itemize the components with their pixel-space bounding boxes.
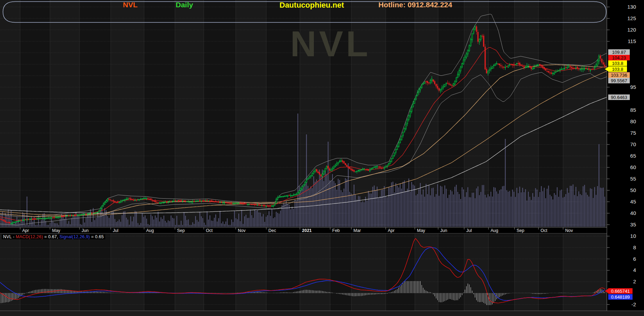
month-label: May [417, 228, 425, 233]
candle-body [225, 202, 226, 203]
candle-body [505, 67, 506, 68]
candle-body [365, 169, 366, 169]
candle-body [345, 163, 346, 165]
watermark: NVL [290, 24, 371, 64]
month-stripe [563, 0, 607, 311]
candle-body [18, 221, 19, 222]
volume-bar [470, 197, 471, 227]
candle-body [516, 64, 517, 64]
candle-body [312, 173, 313, 176]
candle-body [495, 64, 496, 66]
candle-body [263, 205, 264, 206]
volume-bar [38, 215, 39, 227]
candle-body [532, 68, 533, 69]
candle-body [224, 203, 225, 203]
candle-body [149, 199, 150, 199]
volume-bar [14, 224, 14, 227]
candle-body [544, 67, 545, 69]
volume-bar [550, 195, 550, 227]
candle-body [274, 204, 275, 205]
volume-bar [168, 221, 168, 227]
month-label: Apr [22, 228, 29, 233]
price-tick-label: 55 [630, 176, 636, 182]
volume-bar [195, 216, 196, 227]
month-stripe [415, 0, 438, 311]
month-stripe [464, 0, 488, 311]
candle-body [333, 167, 334, 168]
candle-body [2, 220, 3, 221]
volume-bar [48, 225, 49, 227]
volume-bar [244, 216, 245, 227]
candle-body [172, 201, 173, 201]
volume-bar [577, 196, 578, 227]
volume-bar [332, 174, 333, 227]
candle-body [179, 201, 180, 201]
candle-body [148, 198, 149, 199]
volume-bar [274, 217, 275, 227]
candle-body [385, 167, 386, 167]
volume-bar [247, 218, 248, 227]
candle-body [223, 203, 224, 203]
volume-bar [140, 223, 141, 227]
volume-bar [289, 205, 290, 227]
volume-bar [394, 192, 395, 227]
volume-bar [104, 208, 105, 227]
volume-bar [94, 220, 95, 227]
volume-bar [71, 218, 72, 227]
volume-bar [58, 225, 59, 227]
candle-body [586, 68, 587, 69]
candle-body [155, 201, 156, 202]
price-badge-value: 109.87 [612, 50, 626, 55]
candle-body [74, 215, 75, 215]
candle-body [202, 200, 203, 201]
volume-bar [374, 185, 375, 227]
candle-body [233, 203, 234, 204]
volume-bar [338, 179, 338, 227]
price-badge: 109.87 [608, 49, 630, 55]
month-label: Jul [466, 228, 472, 233]
volume-bar [220, 211, 220, 227]
volume-bar [397, 186, 398, 227]
volume-bar [545, 198, 546, 227]
volume-bar [211, 221, 212, 227]
volume-bar [230, 225, 231, 227]
volume-bar [473, 193, 474, 227]
candle-body [145, 198, 146, 199]
volume-bar [498, 194, 499, 227]
chart-canvas[interactable]: NVL 130125120115958580757065605550454035… [0, 0, 644, 316]
volume-bar [191, 225, 192, 227]
candle-body [323, 171, 324, 174]
candle-body [68, 216, 69, 216]
candle-body [359, 170, 360, 171]
volume-bar [501, 189, 501, 227]
candle-body [540, 64, 541, 65]
candle-body [388, 164, 389, 165]
volume-bar [153, 219, 154, 227]
candle-body [3, 220, 5, 222]
candle-body [515, 64, 516, 65]
volume-bar [91, 222, 92, 227]
volume-bar [517, 188, 517, 227]
volume-bar [587, 195, 588, 227]
candle-body [292, 195, 293, 196]
macd-badge-value: 0.665741 [611, 289, 630, 294]
volume-bar [551, 196, 552, 227]
volume-bar [196, 220, 197, 227]
candle-body [181, 200, 182, 201]
candle-body [97, 212, 98, 213]
candle-body [221, 202, 222, 203]
volume-bar [245, 215, 246, 227]
volume-bar [150, 214, 151, 227]
volume-bar [349, 192, 350, 227]
volume-bar [194, 224, 194, 227]
volume-bar [479, 195, 480, 227]
volume-bar [544, 188, 544, 227]
candle-body [28, 219, 29, 219]
volume-bar [271, 209, 272, 227]
volume-bar [158, 212, 158, 227]
volume-bar [341, 190, 341, 227]
hotline-label: Hotline: 0912.842.224 [378, 1, 452, 9]
volume-bar [476, 189, 477, 227]
candle-body [443, 86, 444, 88]
volume-bar [408, 178, 409, 227]
